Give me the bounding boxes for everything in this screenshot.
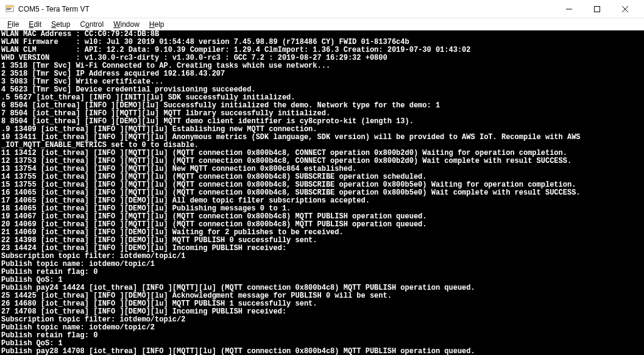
app-icon [5,4,15,14]
window-controls [555,0,639,18]
svg-rect-4 [595,6,600,12]
menu-window[interactable]: Window [108,19,144,30]
menubar: File Edit Setup Control Window Help [0,18,644,30]
menu-setup[interactable]: Setup [46,19,75,30]
svg-rect-1 [6,5,13,7]
menu-control[interactable]: Control [75,19,108,30]
menu-file[interactable]: File [2,19,24,30]
close-button[interactable] [611,0,639,18]
svg-rect-3 [7,9,10,10]
menu-help[interactable]: Help [144,19,169,30]
minimize-button[interactable] [555,0,583,18]
maximize-button[interactable] [583,0,611,18]
titlebar: COM5 - Tera Term VT [0,0,644,18]
menu-edit[interactable]: Edit [24,19,46,30]
terminal-output[interactable]: WLAN MAC Address : CC:C0:79:24:DB:8B WLA… [0,30,644,355]
svg-rect-2 [7,8,12,9]
window-title: COM5 - Tera Term VT [18,5,555,13]
